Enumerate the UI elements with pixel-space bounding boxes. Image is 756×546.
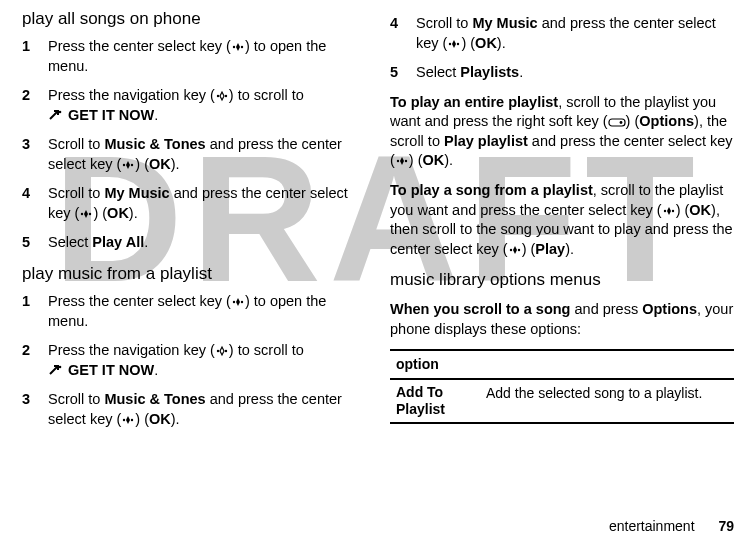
svg-point-9 bbox=[233, 301, 235, 303]
svg-point-2 bbox=[217, 95, 219, 97]
label-music-tones: Music & Tones bbox=[104, 136, 205, 152]
text: Scroll to bbox=[48, 185, 104, 201]
svg-point-6 bbox=[131, 164, 133, 166]
heading-library-options: music library options menus bbox=[390, 269, 734, 292]
step: 3 Scroll to Music & Tones and press the … bbox=[22, 390, 366, 429]
label-music-tones: Music & Tones bbox=[104, 391, 205, 407]
label-options: Options bbox=[642, 301, 697, 317]
center-select-icon bbox=[121, 414, 135, 426]
text: . bbox=[154, 362, 158, 378]
text: ) ( bbox=[676, 202, 690, 218]
text: Select bbox=[416, 64, 460, 80]
text: ) ( bbox=[93, 205, 107, 221]
table-header: option bbox=[390, 350, 734, 379]
label-play: Play bbox=[535, 241, 565, 257]
step-number: 3 bbox=[22, 390, 36, 429]
center-select-icon bbox=[79, 208, 93, 220]
step: 4 Scroll to My Music and press the cente… bbox=[22, 184, 366, 223]
text: . bbox=[519, 64, 523, 80]
svg-point-11 bbox=[217, 350, 219, 352]
text: Press the navigation key ( bbox=[48, 87, 215, 103]
svg-point-24 bbox=[509, 248, 511, 250]
step-number: 2 bbox=[22, 86, 36, 125]
para-entire-playlist: To play an entire playlist, scroll to th… bbox=[390, 93, 734, 171]
label-my-music: My Music bbox=[104, 185, 169, 201]
table-header-row: option bbox=[390, 350, 734, 379]
step-body: Scroll to Music & Tones and press the ce… bbox=[48, 390, 366, 429]
svg-rect-18 bbox=[609, 119, 625, 126]
svg-point-22 bbox=[663, 209, 665, 211]
text: ) to scroll to bbox=[229, 342, 304, 358]
footer-section: entertainment bbox=[609, 518, 695, 534]
label-my-music: My Music bbox=[472, 15, 537, 31]
step-number: 4 bbox=[22, 184, 36, 223]
center-select-icon bbox=[121, 159, 135, 171]
center-select-icon bbox=[662, 205, 676, 217]
text: ) ( bbox=[461, 35, 475, 51]
label-get-it-now: GET IT NOW bbox=[68, 362, 154, 378]
svg-point-8 bbox=[89, 213, 91, 215]
step-number: 5 bbox=[390, 63, 404, 83]
step-number: 2 bbox=[22, 341, 36, 380]
svg-point-0 bbox=[233, 46, 235, 48]
svg-point-7 bbox=[81, 213, 83, 215]
para-song-from-playlist: To play a song from a playlist, scroll t… bbox=[390, 181, 734, 259]
step-body: Press the center select key () to open t… bbox=[48, 37, 366, 76]
svg-point-16 bbox=[449, 42, 451, 44]
text: ). bbox=[129, 205, 138, 221]
svg-point-19 bbox=[619, 121, 622, 124]
right-soft-key-icon bbox=[608, 116, 626, 128]
step-number: 4 bbox=[390, 14, 404, 53]
text: ). bbox=[497, 35, 506, 51]
text: ). bbox=[565, 241, 574, 257]
navigation-key-icon bbox=[215, 345, 229, 357]
text: Press the center select key ( bbox=[48, 38, 231, 54]
svg-point-3 bbox=[225, 95, 227, 97]
svg-point-10 bbox=[241, 301, 243, 303]
option-name: Add To Playlist bbox=[390, 379, 480, 423]
step: 5 Select Play All. bbox=[22, 233, 366, 253]
lead: To play an entire playlist bbox=[390, 94, 558, 110]
label-ok: OK bbox=[689, 202, 711, 218]
two-column-layout: play all songs on phone 1 Press the cent… bbox=[22, 8, 734, 439]
svg-point-21 bbox=[405, 160, 407, 162]
step-body: Select Playlists. bbox=[416, 63, 734, 83]
step-body: Scroll to My Music and press the center … bbox=[416, 14, 734, 53]
text: Scroll to bbox=[416, 15, 472, 31]
para-options-intro: When you scroll to a song and press Opti… bbox=[390, 300, 734, 339]
get-it-now-arrow-icon bbox=[48, 363, 64, 377]
step-body: Press the navigation key () to scroll to… bbox=[48, 86, 366, 125]
svg-point-25 bbox=[517, 248, 519, 250]
text: ) ( bbox=[135, 411, 149, 427]
text: ). bbox=[444, 152, 453, 168]
text: ). bbox=[171, 411, 180, 427]
svg-point-4 bbox=[59, 110, 62, 113]
step: 1 Press the center select key () to open… bbox=[22, 292, 366, 331]
step-body: Scroll to Music & Tones and press the ce… bbox=[48, 135, 366, 174]
heading-play-playlist: play music from a playlist bbox=[22, 263, 366, 286]
get-it-now-arrow-icon bbox=[48, 108, 64, 122]
text: Press the center select key ( bbox=[48, 293, 231, 309]
text: . bbox=[154, 107, 158, 123]
left-column: play all songs on phone 1 Press the cent… bbox=[22, 8, 366, 439]
text: ) ( bbox=[522, 241, 536, 257]
text: ). bbox=[171, 156, 180, 172]
label-ok: OK bbox=[423, 152, 445, 168]
text: . bbox=[144, 234, 148, 250]
label-playlists: Playlists bbox=[460, 64, 519, 80]
step-body: Press the navigation key () to scroll to… bbox=[48, 341, 366, 380]
svg-point-17 bbox=[457, 42, 459, 44]
center-select-icon bbox=[231, 41, 245, 53]
step-body: Select Play All. bbox=[48, 233, 366, 253]
text: Scroll to bbox=[48, 136, 104, 152]
text: ) to scroll to bbox=[229, 87, 304, 103]
svg-point-15 bbox=[131, 419, 133, 421]
label-ok: OK bbox=[107, 205, 129, 221]
step: 2 Press the navigation key () to scroll … bbox=[22, 86, 366, 125]
svg-point-1 bbox=[241, 46, 243, 48]
navigation-key-icon bbox=[215, 90, 229, 102]
step: 4 Scroll to My Music and press the cente… bbox=[390, 14, 734, 53]
step-number: 3 bbox=[22, 135, 36, 174]
lead: To play a song from a playlist bbox=[390, 182, 593, 198]
step: 1 Press the center select key () to open… bbox=[22, 37, 366, 76]
